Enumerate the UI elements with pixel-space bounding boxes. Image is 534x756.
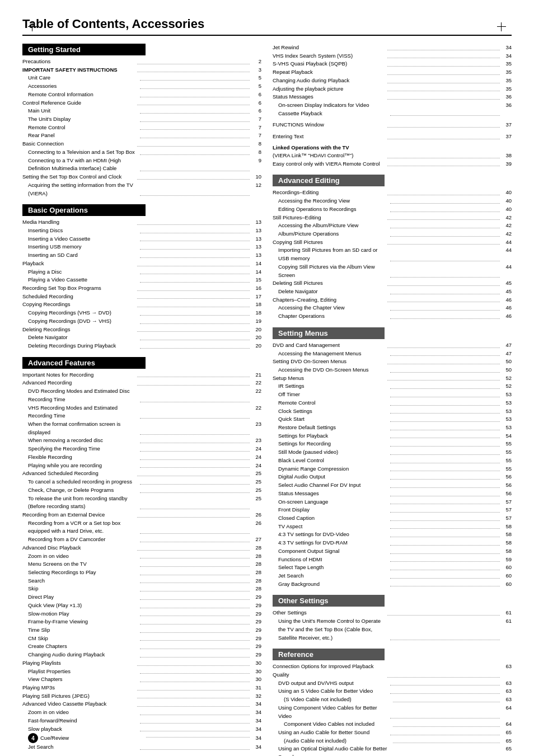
list-item: Playing MP3s31 xyxy=(22,684,261,692)
list-item: Skip28 xyxy=(22,585,261,593)
list-item: Jet Search60 xyxy=(273,572,512,580)
list-item: Recording from a DV Camcorder27 xyxy=(22,536,261,544)
list-item: Component Video Cables not included64 xyxy=(273,720,512,729)
list-item: Settings for Recording55 xyxy=(273,440,512,448)
list-item: Inserting Discs13 xyxy=(22,227,261,235)
list-item: Deleting Still Pictures45 xyxy=(273,279,512,288)
right-column: Jet Rewind34 VHS Index Search System (VI… xyxy=(273,44,512,756)
section-advanced-editing: Advanced Editing Recordings–Editing40 Ac… xyxy=(273,175,512,321)
list-item: View Chapters30 xyxy=(22,675,261,684)
list-item: On-screen Display Indicators for Video C… xyxy=(273,101,512,118)
list-item: On-screen Language57 xyxy=(273,498,512,506)
list-item: Connecting to a TV with an HDMI (High De… xyxy=(22,157,261,173)
list-item: Editing Operations to Recordings40 xyxy=(273,205,512,214)
list-item: Chapters–Creating, Editing46 xyxy=(273,296,512,304)
list-item: Select Tape Length60 xyxy=(273,564,512,572)
list-item: Advanced Disc Playback28 xyxy=(22,544,261,552)
list-item: TV Aspect58 xyxy=(273,523,512,531)
list-item: When the format confirmation screen is d… xyxy=(22,420,261,436)
list-item: Accessing the DVD On-Screen Menus50 xyxy=(273,366,512,374)
list-item: Inserting a Video Cassette13 xyxy=(22,235,261,243)
list-item: Unit Care5 xyxy=(22,74,261,82)
list-item: Connection Options for Improved Playback… xyxy=(273,663,512,679)
list-item: The Unit's Display7 xyxy=(22,115,261,124)
reference-entries: Connection Options for Improved Playback… xyxy=(273,663,512,756)
list-item: Importing Still Pictures from an SD card… xyxy=(273,246,512,262)
list-item: Component Output Signal58 xyxy=(273,547,512,556)
section-advanced-features: Advanced Features Important Notes for Re… xyxy=(22,357,261,752)
list-item: CM Skip29 xyxy=(22,635,261,643)
list-item: Adjusting the playback picture35 xyxy=(273,85,512,93)
list-item: Connecting to a Television and a Set Top… xyxy=(22,148,261,157)
list-item: Control Reference Guide6 xyxy=(22,99,261,107)
list-item: Remote Control7 xyxy=(22,124,261,132)
list-item: Slow-motion Play29 xyxy=(22,610,261,618)
left-column: Getting Started Precautions2 IMPORTANT S… xyxy=(22,44,261,756)
list-item: Still Pictures–Editing42 xyxy=(273,214,512,222)
list-item: Delete Navigator45 xyxy=(273,288,512,296)
list-item: 4:3 TV settings for DVD-Video58 xyxy=(273,530,512,539)
list-item: DVD output and DV/VHS output63 xyxy=(273,679,512,688)
crosshair-tl xyxy=(28,22,37,31)
list-item: When removing a recorded disc23 xyxy=(22,436,261,445)
list-item: To release the unit from recording stand… xyxy=(22,495,261,511)
list-item: 4:3 TV settings for DVD-RAM58 xyxy=(273,539,512,547)
list-item: Search28 xyxy=(22,577,261,585)
list-item: Using an Optical Digital Audio Cable for… xyxy=(273,745,512,756)
list-item: Still Mode (paused video)55 xyxy=(273,448,512,457)
list-item: Recording Set Top Box Programs16 xyxy=(22,284,261,293)
page-wrapper: Table of Contents, Accessories Getting S… xyxy=(22,17,512,756)
list-item: Remote Control53 xyxy=(273,399,512,407)
list-item: Inserting an SD Card13 xyxy=(22,251,261,260)
list-item: Using an S Video Cable for Better Video6… xyxy=(273,687,512,696)
list-item: Off Timer53 xyxy=(273,391,512,399)
advanced-features-entries: Important Notes for Recording21 Advanced… xyxy=(22,371,261,752)
list-item: Easy control only with VIERA Remote Cont… xyxy=(273,160,512,168)
list-item: Main Unit6 xyxy=(22,107,261,115)
list-item: Scheduled Recording17 xyxy=(22,293,261,301)
list-item: Settings for Playback54 xyxy=(273,432,512,440)
list-item: Black Level Control55 xyxy=(273,457,512,465)
getting-started-entries: Precautions2 IMPORTANT SAFETY INSTRUCTIO… xyxy=(22,58,261,198)
list-item: Functions of HDMI59 xyxy=(273,556,512,564)
list-item: Important Notes for Recording21 xyxy=(22,371,261,379)
list-item: Fast-forward/Rewind34 xyxy=(22,717,261,725)
section-header-advanced-editing: Advanced Editing xyxy=(273,175,385,186)
other-settings-entries: Other Settings61 Using the Unit's Remote… xyxy=(273,609,512,642)
list-item: Restore Default Settings53 xyxy=(273,424,512,432)
list-item: Selecting Recordings to Play28 xyxy=(22,569,261,577)
list-item: Album/Picture Operations42 xyxy=(273,230,512,238)
linked-ops-header: Linked Operations with the TV xyxy=(273,144,512,151)
list-item: Zoom in on video34 xyxy=(22,708,261,717)
list-item-functions: FUNCTIONS Window37 xyxy=(273,121,512,129)
list-item: Deleting Recordings During Playback20 xyxy=(22,342,261,350)
list-item: Chapter Operations46 xyxy=(273,312,512,321)
list-item: Precautions2 xyxy=(22,58,261,66)
list-item: Delete Navigator20 xyxy=(22,334,261,342)
list-item: Deleting Recordings20 xyxy=(22,326,261,334)
list-item: DVD and Card Management47 xyxy=(273,341,512,350)
list-item: Remote Control Information6 xyxy=(22,91,261,99)
list-item: Menu Screens on the TV28 xyxy=(22,560,261,569)
list-item: Time Slip29 xyxy=(22,626,261,635)
list-item: Advanced Recording22 xyxy=(22,379,261,387)
list-item: Frame-by-Frame Viewing29 xyxy=(22,618,261,626)
section-header-basic-operations: Basic Operations xyxy=(22,204,146,216)
list-item: Changing Audio during Playback35 xyxy=(273,77,512,85)
list-item: Quick View (Play ×1.3)29 xyxy=(22,602,261,610)
adv-features-cont-entries: Jet Rewind34 VHS Index Search System (VI… xyxy=(273,44,512,118)
list-item: Inserting USB memory13 xyxy=(22,243,261,251)
list-item: Select Audio Channel For DV Input56 xyxy=(273,481,512,490)
list-item: Accessing the Recording View40 xyxy=(273,197,512,205)
list-item: Playing Playlists30 xyxy=(22,659,261,668)
list-item: Using an Audio Cable for Better Sound65 xyxy=(273,729,512,737)
advanced-editing-entries: Recordings–Editing40 Accessing the Recor… xyxy=(273,189,512,321)
list-item: 4 Cue/Review34 xyxy=(22,733,261,743)
list-item: Copying Recordings (DVD → VHS)19 xyxy=(22,317,261,326)
list-item: Check, Change, or Delete Programs25 xyxy=(22,486,261,495)
section-getting-started: Getting Started Precautions2 IMPORTANT S… xyxy=(22,44,261,198)
list-item: (VIERA Link™ "HDAVI Control™")38 xyxy=(273,152,512,160)
list-item: Status Messages36 xyxy=(273,93,512,101)
list-item: Basic Connection8 xyxy=(22,140,261,148)
list-item: Using the Unit's Remote Control to Opera… xyxy=(273,617,512,642)
